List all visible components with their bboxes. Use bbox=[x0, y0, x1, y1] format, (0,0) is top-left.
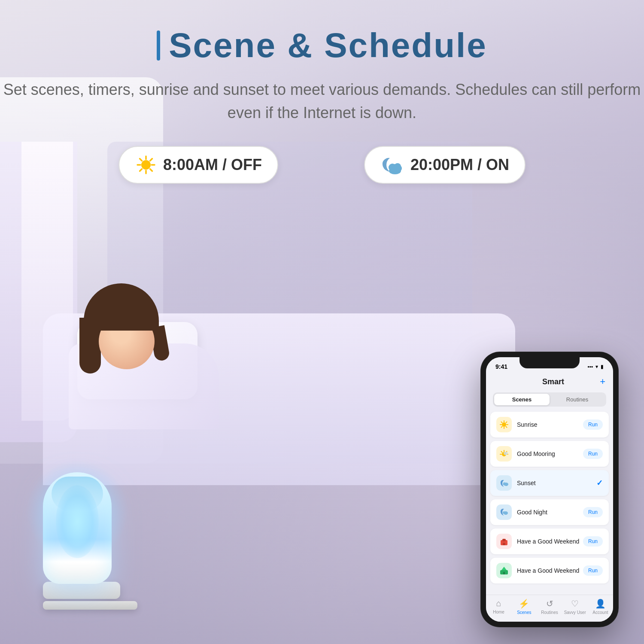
check-icon-sunset: ✓ bbox=[596, 478, 603, 488]
lamp-body bbox=[43, 472, 112, 584]
add-button[interactable]: + bbox=[600, 376, 605, 387]
svg-rect-38 bbox=[503, 572, 505, 574]
phone-frame: 9:41 ▪▪▪ ▾ ▮ Smart + Scenes Routine bbox=[481, 352, 618, 627]
svg-point-13 bbox=[502, 422, 506, 427]
account-nav-label: Account bbox=[592, 610, 608, 615]
svg-line-18 bbox=[501, 422, 502, 423]
svg-point-0 bbox=[141, 160, 151, 170]
run-btn-weekend1[interactable]: Run bbox=[583, 536, 603, 547]
savvy-nav-label: Savvy User bbox=[564, 610, 586, 615]
morning-schedule-text: 8:00AM / OFF bbox=[163, 156, 262, 174]
svg-line-6 bbox=[150, 169, 152, 171]
run-btn-goodnight[interactable]: Run bbox=[583, 507, 603, 517]
lamp-base bbox=[43, 582, 120, 599]
svg-line-21 bbox=[501, 426, 502, 427]
schedule-row: 8:00AM / OFF 20:00PM / ON bbox=[0, 146, 644, 184]
scene-item-goodnight: Good Night Run bbox=[490, 499, 609, 525]
nav-item-scenes[interactable]: ⚡ Scenes bbox=[511, 598, 537, 615]
scene-name-weekend2: Have a Good Weekend bbox=[517, 567, 583, 574]
svg-point-30 bbox=[503, 483, 506, 486]
svg-line-5 bbox=[140, 159, 142, 161]
bottom-nav: ⌂ Home ⚡ Scenes ↺ Routines ♡ Savvy User bbox=[486, 595, 613, 622]
phone-container: 9:41 ▪▪▪ ▾ ▮ Smart + Scenes Routine bbox=[481, 352, 618, 627]
svg-line-7 bbox=[150, 159, 152, 161]
scene-item-sunset: Sunset ✓ bbox=[490, 470, 609, 496]
run-btn-weekend2[interactable]: Run bbox=[583, 565, 603, 576]
evening-schedule-text: 20:00PM / ON bbox=[410, 156, 509, 174]
svg-line-8 bbox=[140, 169, 142, 171]
nav-item-home[interactable]: ⌂ Home bbox=[486, 598, 511, 615]
account-nav-icon: 👤 bbox=[595, 598, 606, 609]
svg-line-19 bbox=[506, 426, 507, 427]
sun-icon bbox=[135, 154, 157, 176]
savvy-nav-icon: ♡ bbox=[571, 598, 579, 609]
lamp bbox=[43, 472, 137, 610]
scene-item-sunrise: Sunrise Run bbox=[490, 412, 609, 437]
scene-icon-weekend1 bbox=[496, 534, 512, 549]
svg-marker-37 bbox=[501, 567, 507, 570]
scene-name-goodmorning: Good Mooring bbox=[517, 450, 583, 457]
svg-point-32 bbox=[503, 511, 505, 514]
scene-icon-weekend2 bbox=[496, 563, 512, 578]
evening-schedule-pill: 20:00PM / ON bbox=[364, 146, 526, 184]
scene-item-weekend1: Have a Good Weekend Run bbox=[490, 529, 609, 554]
scene-list: Sunrise Run bbox=[486, 412, 613, 583]
home-nav-label: Home bbox=[493, 610, 504, 614]
routines-nav-icon: ↺ bbox=[546, 598, 553, 609]
nav-item-account[interactable]: 👤 Account bbox=[588, 598, 613, 615]
scene-icon-sunset bbox=[496, 475, 512, 491]
wifi-icon: ▾ bbox=[595, 364, 598, 370]
svg-line-26 bbox=[501, 452, 502, 453]
routines-nav-label: Routines bbox=[541, 610, 558, 615]
subtitle-text: Set scenes, timers, sunrise and sunset t… bbox=[0, 78, 644, 125]
scene-name-goodnight: Good Night bbox=[517, 509, 583, 516]
scenes-nav-icon: ⚡ bbox=[519, 598, 529, 609]
home-nav-icon: ⌂ bbox=[496, 598, 501, 608]
title-text: Scene & Schedule bbox=[169, 26, 487, 65]
scenes-tab[interactable]: Scenes bbox=[494, 394, 550, 405]
morning-schedule-pill: 8:00AM / OFF bbox=[118, 146, 278, 184]
scene-icon-sunrise bbox=[496, 417, 512, 432]
scene-icon-goodmorning bbox=[496, 446, 512, 462]
scene-routine-toggle: Scenes Routines bbox=[493, 392, 606, 407]
moon-cloud-icon bbox=[380, 155, 404, 175]
nav-item-routines[interactable]: ↺ Routines bbox=[537, 598, 562, 615]
routines-tab[interactable]: Routines bbox=[550, 394, 605, 405]
status-time: 9:41 bbox=[495, 363, 507, 370]
scene-icon-goodnight bbox=[496, 504, 512, 520]
app-header: Smart + bbox=[486, 373, 613, 392]
scene-name-sunrise: Sunrise bbox=[517, 421, 583, 428]
scene-item-goodmorning: Good Mooring Run bbox=[490, 441, 609, 467]
run-btn-goodmorning[interactable]: Run bbox=[583, 449, 603, 459]
svg-rect-34 bbox=[502, 539, 506, 541]
phone-notch bbox=[519, 357, 580, 368]
title-bar-decoration bbox=[157, 30, 160, 61]
page-title: Scene & Schedule bbox=[0, 26, 644, 65]
app-title: Smart bbox=[507, 377, 600, 386]
header-section: Scene & Schedule Set scenes, timers, sun… bbox=[0, 0, 644, 125]
signal-icon: ▪▪▪ bbox=[587, 364, 593, 370]
scenes-nav-label: Scenes bbox=[517, 610, 531, 615]
phone-screen: 9:41 ▪▪▪ ▾ ▮ Smart + Scenes Routine bbox=[486, 357, 613, 622]
nav-item-savvy[interactable]: ♡ Savvy User bbox=[562, 598, 588, 615]
scene-item-weekend2: Have a Good Weekend Run bbox=[490, 558, 609, 583]
run-btn-sunrise[interactable]: Run bbox=[583, 419, 603, 430]
svg-line-20 bbox=[506, 422, 507, 423]
svg-rect-35 bbox=[503, 543, 505, 545]
svg-point-28 bbox=[504, 452, 508, 455]
svg-point-12 bbox=[389, 167, 401, 174]
status-icons: ▪▪▪ ▾ ▮ bbox=[587, 364, 604, 370]
battery-icon: ▮ bbox=[601, 364, 604, 370]
scene-name-sunset: Sunset bbox=[517, 480, 596, 486]
scene-name-weekend1: Have a Good Weekend bbox=[517, 538, 583, 545]
